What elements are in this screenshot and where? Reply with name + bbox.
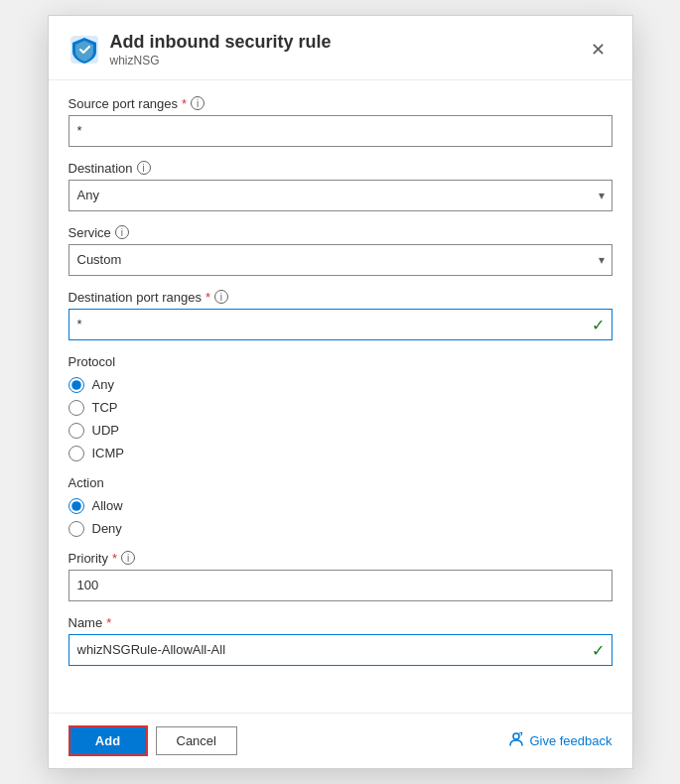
add-inbound-security-rule-dialog: Add inbound security rule whizNSG ✕ Sour… xyxy=(48,15,633,769)
service-label: Service i xyxy=(68,225,612,240)
action-allow-option[interactable]: Allow xyxy=(68,498,612,514)
protocol-tcp-label: TCP xyxy=(92,400,118,415)
dialog-footer: Add Cancel Give feedback xyxy=(49,713,632,768)
required-star-3: * xyxy=(112,551,117,566)
feedback-icon xyxy=(508,731,524,750)
priority-input[interactable] xyxy=(68,570,612,601)
destination-label: Destination i xyxy=(68,161,612,176)
source-port-ranges-label: Source port ranges * i xyxy=(68,96,612,111)
action-deny-label: Deny xyxy=(92,521,122,536)
dialog-header: Add inbound security rule whizNSG ✕ xyxy=(49,16,632,80)
service-group: Service i Custom HTTP HTTPS SSH RDP ▾ xyxy=(68,225,612,276)
protocol-tcp-option[interactable]: TCP xyxy=(68,400,612,416)
destination-group: Destination i Any IP Addresses Service T… xyxy=(68,161,612,211)
header-title-block: Add inbound security rule whizNSG xyxy=(110,32,575,67)
protocol-group: Protocol Any TCP UDP ICMP xyxy=(68,354,612,461)
action-group: Action Allow Deny xyxy=(68,475,612,537)
priority-info-icon[interactable]: i xyxy=(121,551,135,565)
service-select[interactable]: Custom HTTP HTTPS SSH RDP xyxy=(68,244,612,276)
action-allow-radio[interactable] xyxy=(68,498,84,514)
dest-port-info-icon[interactable]: i xyxy=(214,290,228,304)
service-info-icon[interactable]: i xyxy=(115,225,129,239)
destination-select-wrapper: Any IP Addresses Service Tag Application… xyxy=(68,180,612,211)
protocol-udp-option[interactable]: UDP xyxy=(68,423,612,439)
add-button[interactable]: Add xyxy=(68,725,148,756)
destination-info-icon[interactable]: i xyxy=(137,161,151,175)
required-star-2: * xyxy=(205,290,210,305)
priority-group: Priority * i xyxy=(68,551,612,601)
dialog-body: Source port ranges * i Destination i Any… xyxy=(49,80,632,713)
feedback-label: Give feedback xyxy=(529,733,612,748)
required-star-4: * xyxy=(106,615,111,630)
dest-port-ranges-label: Destination port ranges * i xyxy=(68,290,612,305)
source-port-info-icon[interactable]: i xyxy=(191,96,204,110)
action-radio-group: Allow Deny xyxy=(68,498,612,537)
name-input-wrapper: ✓ xyxy=(68,634,612,666)
protocol-tcp-radio[interactable] xyxy=(68,400,84,416)
cancel-button[interactable]: Cancel xyxy=(156,726,237,755)
name-label: Name * xyxy=(68,615,612,630)
action-deny-radio[interactable] xyxy=(68,521,84,537)
action-deny-option[interactable]: Deny xyxy=(68,521,612,537)
name-group: Name * ✓ xyxy=(68,615,612,666)
source-port-ranges-input[interactable] xyxy=(68,115,612,147)
name-check-icon: ✓ xyxy=(592,640,605,659)
protocol-radio-group: Any TCP UDP ICMP xyxy=(68,377,612,461)
service-select-wrapper: Custom HTTP HTTPS SSH RDP ▾ xyxy=(68,244,612,276)
required-star: * xyxy=(182,96,187,111)
protocol-any-option[interactable]: Any xyxy=(68,377,612,393)
protocol-udp-label: UDP xyxy=(92,423,119,438)
dest-port-ranges-group: Destination port ranges * i ✓ xyxy=(68,290,612,340)
nsg-icon xyxy=(68,34,100,65)
dialog-subtitle: whizNSG xyxy=(110,54,575,67)
protocol-any-label: Any xyxy=(92,377,114,392)
action-label: Action xyxy=(68,475,612,490)
dest-port-input-wrapper: ✓ xyxy=(68,309,612,340)
close-icon: ✕ xyxy=(591,39,606,61)
priority-label: Priority * i xyxy=(68,551,612,566)
protocol-udp-radio[interactable] xyxy=(68,423,84,439)
svg-point-1 xyxy=(513,733,519,739)
destination-select[interactable]: Any IP Addresses Service Tag Application… xyxy=(68,180,612,211)
action-allow-label: Allow xyxy=(92,498,123,513)
dest-port-check-icon: ✓ xyxy=(592,315,605,333)
protocol-icmp-radio[interactable] xyxy=(68,446,84,461)
name-input[interactable] xyxy=(68,634,612,666)
close-button[interactable]: ✕ xyxy=(585,36,612,64)
source-port-ranges-group: Source port ranges * i xyxy=(68,96,612,147)
dialog-title: Add inbound security rule xyxy=(110,32,575,54)
protocol-label: Protocol xyxy=(68,354,612,369)
feedback-link[interactable]: Give feedback xyxy=(508,731,612,750)
protocol-icmp-label: ICMP xyxy=(92,446,125,460)
protocol-icmp-option[interactable]: ICMP xyxy=(68,446,612,461)
dest-port-ranges-input[interactable] xyxy=(68,309,612,340)
protocol-any-radio[interactable] xyxy=(68,377,84,393)
